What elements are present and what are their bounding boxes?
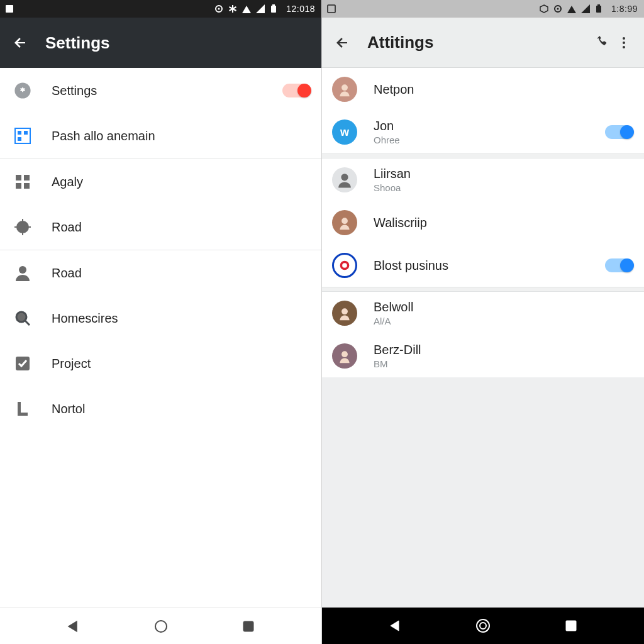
contact-row[interactable]: LiirsanShooa xyxy=(322,158,644,201)
nav-recent-button[interactable] xyxy=(556,611,586,641)
nav-back-button[interactable] xyxy=(58,611,88,641)
svg-rect-10 xyxy=(16,175,21,180)
settings-row[interactable]: Nortol xyxy=(0,386,321,431)
svg-point-36 xyxy=(341,351,348,357)
settings-row[interactable]: Homescires xyxy=(0,296,321,341)
wifi-icon xyxy=(567,4,576,13)
settings-row[interactable]: Settings xyxy=(0,68,321,113)
svg-point-32 xyxy=(341,174,348,180)
svg-rect-20 xyxy=(18,413,28,416)
back-button[interactable] xyxy=(331,31,353,54)
page-title: Settings xyxy=(45,33,313,53)
settings-row[interactable]: Road xyxy=(0,250,321,296)
svg-point-25 xyxy=(557,8,559,10)
svg-point-28 xyxy=(623,37,625,40)
row-sublabel: Al/A xyxy=(374,316,633,326)
svg-point-2 xyxy=(218,8,220,10)
toggle[interactable] xyxy=(605,125,633,139)
row-label: Pash allo anemain xyxy=(52,129,310,143)
svg-point-15 xyxy=(21,226,24,228)
row-label: Waliscriip xyxy=(374,216,633,230)
row-label: Nortol xyxy=(52,402,310,416)
svg-point-21 xyxy=(155,621,167,632)
nav-home-button[interactable] xyxy=(146,611,176,641)
svg-rect-9 xyxy=(18,137,21,141)
grid-blue-icon xyxy=(10,123,35,148)
contact-row[interactable]: Waliscriip xyxy=(322,201,644,244)
row-label: Project xyxy=(52,357,310,371)
svg-point-35 xyxy=(341,308,348,314)
row-label: Settings xyxy=(52,84,282,98)
nav-home-button[interactable] xyxy=(468,611,498,641)
svg-rect-12 xyxy=(16,183,21,189)
settings-row[interactable]: Pash allo anemain xyxy=(0,113,321,158)
settings-list: SettingsPash allo anemainAgalyRoadRoadHo… xyxy=(0,68,321,608)
settings-row[interactable]: Agaly xyxy=(0,159,321,204)
settings-row[interactable]: Road xyxy=(0,204,321,250)
svg-point-30 xyxy=(623,46,625,48)
target-icon xyxy=(553,4,562,13)
contact-row[interactable]: BelwollAl/A xyxy=(322,292,644,335)
more-vert-icon xyxy=(616,35,631,50)
svg-point-38 xyxy=(480,623,486,629)
more-button[interactable] xyxy=(613,31,635,54)
group-separator xyxy=(322,287,644,292)
svg-point-37 xyxy=(477,619,489,632)
svg-point-31 xyxy=(341,84,348,91)
row-label: Agaly xyxy=(52,175,310,189)
blank-area xyxy=(322,377,644,608)
call-button[interactable] xyxy=(590,31,613,54)
battery-icon xyxy=(595,4,604,13)
appbar: Attitings xyxy=(322,18,644,68)
svg-point-29 xyxy=(623,42,625,44)
svg-rect-22 xyxy=(243,621,253,631)
square-outline-icon xyxy=(327,4,336,13)
statusbar: 12:018 xyxy=(0,0,321,18)
statusbar: 1:8:99 xyxy=(322,0,644,18)
square-icon xyxy=(565,619,577,632)
row-label: Jon xyxy=(374,119,605,133)
svg-point-34 xyxy=(341,262,348,269)
svg-rect-8 xyxy=(24,131,28,135)
row-sublabel: B﻿M xyxy=(374,358,633,369)
check-box-icon xyxy=(10,351,35,376)
phone-right: 1:8:99 Attitings NetponwJonOhreeLiirsanS… xyxy=(322,0,644,644)
back-button[interactable] xyxy=(9,31,31,54)
cube-icon xyxy=(540,4,548,13)
triangle-left-icon xyxy=(388,619,402,633)
wifi-icon xyxy=(242,4,251,13)
toggle[interactable] xyxy=(605,258,633,272)
row-label: Road xyxy=(52,266,310,280)
statusbar-time: 12:018 xyxy=(286,4,315,14)
contact-row[interactable]: Berz-DillB﻿M xyxy=(322,335,644,377)
l-shape-icon xyxy=(10,396,35,421)
row-label: Belwoll xyxy=(374,300,633,314)
asterisk-icon xyxy=(228,4,237,13)
target-icon xyxy=(214,4,223,13)
appbar: Settings xyxy=(0,18,321,68)
svg-point-16 xyxy=(19,266,26,274)
row-sublabel: Shooa xyxy=(374,182,633,193)
avatar: w xyxy=(332,119,357,145)
row-label: Road xyxy=(52,220,310,235)
toggle[interactable] xyxy=(282,84,310,97)
svg-rect-0 xyxy=(6,5,13,13)
avatar xyxy=(332,77,357,102)
navbar xyxy=(322,608,644,644)
contacts-list: NetponwJonOhreeLiirsanShooaWaliscriipBlo… xyxy=(322,68,644,608)
settings-row[interactable]: Project xyxy=(0,341,321,386)
square-icon xyxy=(242,620,255,633)
contact-row[interactable]: Blost pusinus xyxy=(322,244,644,287)
nav-back-button[interactable] xyxy=(380,611,410,641)
svg-point-33 xyxy=(341,218,348,224)
svg-rect-23 xyxy=(328,5,335,13)
svg-rect-11 xyxy=(24,175,30,180)
row-label: Blost pusinus xyxy=(374,258,605,273)
svg-rect-4 xyxy=(272,4,275,6)
contact-row[interactable]: wJonOhree xyxy=(322,111,644,153)
row-sublabel: Ohree xyxy=(374,135,605,145)
circle-icon xyxy=(475,618,491,634)
contact-row[interactable]: Netpon xyxy=(322,68,644,111)
page-title: Attitings xyxy=(367,33,590,52)
nav-recent-button[interactable] xyxy=(233,611,264,641)
